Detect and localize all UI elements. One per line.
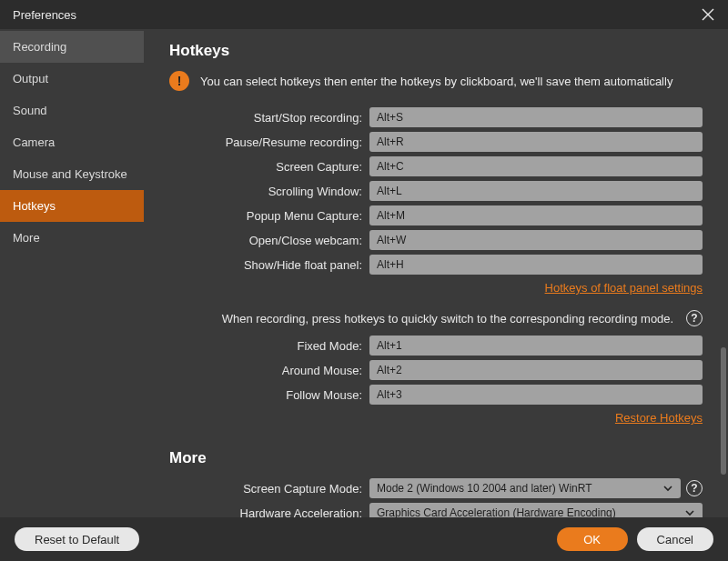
help-icon[interactable]: ? — [686, 310, 703, 326]
row-follow-mouse: Follow Mouse: — [169, 385, 703, 405]
row-hw-accel: Hardware Acceleration: Graphics Card Acc… — [169, 503, 703, 517]
select-capture-mode[interactable]: Mode 2 (Windows 10 2004 and later) WinRT — [369, 478, 681, 498]
row-screen-capture: Screen Capture: — [169, 156, 703, 176]
float-link-row: Hotkeys of float panel settings — [169, 279, 703, 296]
row-float-panel: Show/Hide float panel: — [169, 255, 703, 275]
hotkeys-heading: Hotkeys — [169, 42, 703, 60]
row-webcam: Open/Close webcam: — [169, 230, 703, 250]
input-screen-capture[interactable] — [369, 156, 703, 176]
content-wrap: Hotkeys ! You can select hotkeys then en… — [144, 29, 728, 517]
sidebar-item-hotkeys[interactable]: Hotkeys — [0, 190, 144, 222]
sidebar-item-label: Output — [13, 72, 48, 85]
content-scroll[interactable]: Hotkeys ! You can select hotkeys then en… — [144, 29, 728, 517]
close-icon[interactable] — [701, 7, 715, 22]
sidebar-item-camera[interactable]: Camera — [0, 126, 144, 158]
scrollbar-thumb[interactable] — [721, 347, 726, 475]
row-around-mouse: Around Mouse: — [169, 360, 703, 380]
more-heading: More — [169, 449, 703, 467]
input-pause-resume[interactable] — [369, 132, 703, 152]
row-start-stop: Start/Stop recording: — [169, 107, 703, 127]
select-hw-accel-value: Graphics Card Acceleration (Hardware Enc… — [377, 506, 616, 517]
chevron-down-icon — [684, 507, 695, 517]
mode-note-text: When recording, press hotkeys to quickly… — [169, 312, 681, 326]
input-float-panel[interactable] — [369, 255, 703, 275]
row-capture-mode: Screen Capture Mode: Mode 2 (Windows 10 … — [169, 478, 703, 498]
sidebar-item-label: Mouse and Keystroke — [13, 167, 127, 181]
alert-icon: ! — [169, 71, 189, 91]
reset-button[interactable]: Reset to Default — [15, 527, 139, 551]
titlebar: Preferences — [0, 0, 728, 29]
label-around-mouse: Around Mouse: — [169, 364, 369, 377]
label-screen-capture: Screen Capture: — [169, 160, 369, 174]
preferences-window: Preferences Recording Output Sound Camer… — [0, 0, 728, 561]
input-around-mouse[interactable] — [369, 360, 703, 380]
row-popup-menu: Popup Menu Capture: — [169, 205, 703, 225]
sidebar-item-label: More — [13, 231, 40, 245]
row-pause-resume: Pause/Resume recording: — [169, 132, 703, 152]
label-scrolling-window: Scrolling Window: — [169, 185, 369, 198]
row-scrolling-window: Scrolling Window: — [169, 181, 703, 201]
label-pause-resume: Pause/Resume recording: — [169, 135, 369, 149]
sidebar-item-sound[interactable]: Sound — [0, 95, 144, 126]
mode-note-row: When recording, press hotkeys to quickly… — [169, 310, 703, 326]
label-fixed-mode: Fixed Mode: — [169, 339, 369, 353]
sidebar-item-more[interactable]: More — [0, 222, 144, 254]
label-start-stop: Start/Stop recording: — [169, 111, 369, 125]
hotkeys-note: You can select hotkeys then enter the ho… — [200, 75, 672, 88]
label-follow-mouse: Follow Mouse: — [169, 388, 369, 402]
hotkeys-note-row: ! You can select hotkeys then enter the … — [169, 71, 703, 91]
row-fixed-mode: Fixed Mode: — [169, 336, 703, 356]
chevron-down-icon — [662, 483, 673, 494]
input-fixed-mode[interactable] — [369, 336, 703, 356]
select-hw-accel[interactable]: Graphics Card Acceleration (Hardware Enc… — [369, 503, 703, 517]
sidebar: Recording Output Sound Camera Mouse and … — [0, 29, 144, 517]
label-webcam: Open/Close webcam: — [169, 234, 369, 247]
sidebar-item-label: Hotkeys — [13, 199, 56, 213]
input-scrolling-window[interactable] — [369, 181, 703, 201]
footer: Reset to Default OK Cancel — [0, 517, 728, 561]
float-panel-settings-link[interactable]: Hotkeys of float panel settings — [545, 281, 703, 295]
main-area: Recording Output Sound Camera Mouse and … — [0, 29, 728, 517]
ok-button-label: OK — [583, 533, 601, 546]
label-popup-menu: Popup Menu Capture: — [169, 209, 369, 223]
help-icon[interactable]: ? — [686, 480, 703, 496]
sidebar-item-recording[interactable]: Recording — [0, 31, 144, 63]
input-popup-menu[interactable] — [369, 205, 703, 225]
cancel-button-label: Cancel — [657, 533, 693, 546]
ok-button[interactable]: OK — [557, 527, 628, 551]
sidebar-item-label: Sound — [13, 104, 47, 117]
reset-button-label: Reset to Default — [35, 533, 119, 546]
sidebar-item-label: Recording — [13, 40, 66, 54]
sidebar-item-output[interactable]: Output — [0, 63, 144, 95]
window-title: Preferences — [13, 8, 76, 22]
input-follow-mouse[interactable] — [369, 385, 703, 405]
label-hw-accel: Hardware Acceleration: — [169, 506, 369, 518]
input-start-stop[interactable] — [369, 107, 703, 127]
label-float-panel: Show/Hide float panel: — [169, 258, 369, 272]
sidebar-item-mouse-keystroke[interactable]: Mouse and Keystroke — [0, 158, 144, 190]
cancel-button[interactable]: Cancel — [637, 527, 713, 551]
restore-link-row: Restore Hotkeys — [169, 409, 703, 426]
select-capture-mode-value: Mode 2 (Windows 10 2004 and later) WinRT — [377, 482, 592, 495]
label-capture-mode: Screen Capture Mode: — [169, 482, 369, 496]
sidebar-item-label: Camera — [13, 135, 55, 149]
input-webcam[interactable] — [369, 230, 703, 250]
restore-hotkeys-link[interactable]: Restore Hotkeys — [615, 411, 703, 425]
